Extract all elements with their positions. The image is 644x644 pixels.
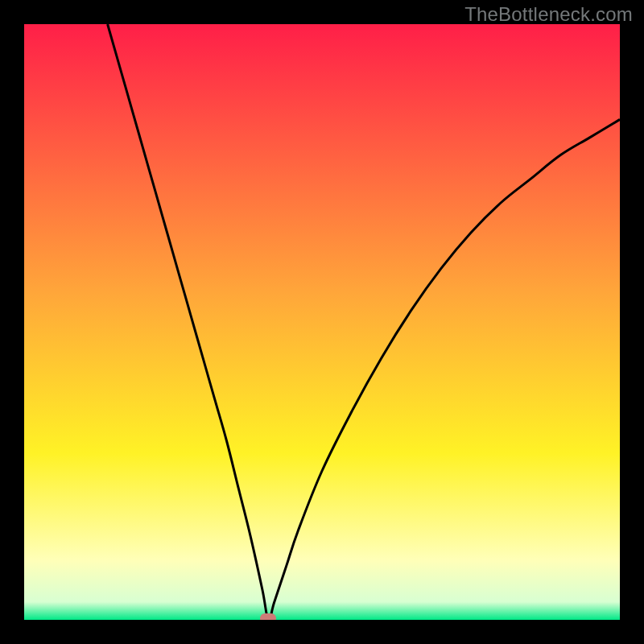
watermark-text: TheBottleneck.com — [464, 3, 633, 26]
plot-area — [24, 24, 620, 620]
bottleneck-curve — [24, 24, 620, 620]
curve-path — [108, 24, 620, 620]
minimum-marker — [260, 613, 276, 620]
chart-frame: TheBottleneck.com — [0, 0, 644, 644]
